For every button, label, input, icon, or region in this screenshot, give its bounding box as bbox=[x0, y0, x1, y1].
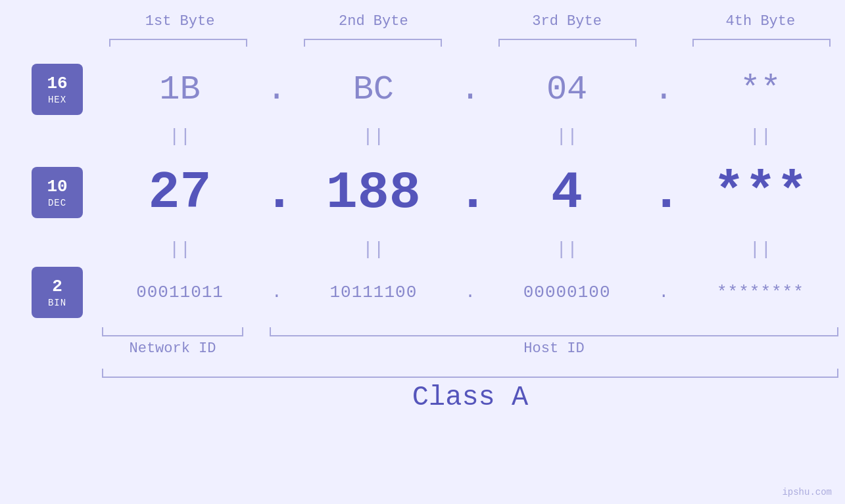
hex-dot3: . bbox=[650, 70, 677, 109]
host-bracket bbox=[270, 327, 838, 336]
byte1-bracket bbox=[109, 39, 247, 47]
hex-b3: 04 bbox=[495, 70, 639, 109]
byte3-header: 3rd Byte bbox=[495, 13, 639, 30]
bin-badge: 2 BIN bbox=[32, 267, 83, 318]
hex-dot1: . bbox=[264, 70, 290, 109]
dec-dot2: . bbox=[457, 163, 483, 223]
dec-b2: 188 bbox=[301, 163, 446, 223]
network-bracket bbox=[102, 327, 243, 336]
watermark: ipshu.com bbox=[782, 487, 832, 497]
equals1-b2: || bbox=[301, 126, 446, 147]
equals2-b2: || bbox=[301, 239, 446, 260]
hex-b1: 1B bbox=[108, 70, 253, 109]
bin-badge-num: 2 bbox=[52, 277, 62, 297]
dec-dot3: . bbox=[650, 163, 677, 223]
dec-badge: 10 DEC bbox=[32, 167, 83, 218]
byte1-header: 1st Byte bbox=[108, 13, 253, 30]
class-label: Class A bbox=[102, 382, 838, 413]
dec-b1: 27 bbox=[108, 163, 253, 223]
equals2-b1: || bbox=[108, 239, 253, 260]
bin-dot3: . bbox=[650, 283, 677, 302]
byte2-header: 2nd Byte bbox=[301, 13, 446, 30]
hex-badge-num: 16 bbox=[47, 74, 67, 94]
bin-b3: 00000100 bbox=[495, 283, 639, 302]
class-bracket bbox=[102, 369, 838, 378]
equals2-b3: || bbox=[495, 239, 639, 260]
dec-badge-num: 10 bbox=[47, 177, 67, 197]
byte4-header: 4th Byte bbox=[688, 13, 833, 30]
dec-badge-label: DEC bbox=[48, 198, 66, 208]
hex-badge: 16 HEX bbox=[32, 64, 83, 115]
equals1-b1: || bbox=[108, 126, 253, 147]
bin-dot1: . bbox=[264, 283, 290, 302]
dec-dot1: . bbox=[264, 163, 290, 223]
network-id-label: Network ID bbox=[102, 340, 243, 357]
host-id-label: Host ID bbox=[270, 340, 838, 357]
equals1-b4: || bbox=[688, 126, 833, 147]
bin-b4: ******** bbox=[688, 283, 833, 302]
hex-dot2: . bbox=[457, 70, 483, 109]
byte2-bracket bbox=[304, 39, 442, 47]
bin-badge-label: BIN bbox=[48, 298, 66, 308]
hex-b2: BC bbox=[301, 70, 446, 109]
hex-b4: ** bbox=[688, 70, 833, 109]
dec-b4: *** bbox=[688, 163, 833, 223]
hex-badge-label: HEX bbox=[48, 95, 66, 105]
byte3-bracket bbox=[498, 39, 637, 47]
equals2-b4: || bbox=[688, 239, 833, 260]
bin-dot2: . bbox=[457, 283, 483, 302]
dec-b3: 4 bbox=[495, 163, 639, 223]
bin-b1: 00011011 bbox=[108, 283, 253, 302]
equals1-b3: || bbox=[495, 126, 639, 147]
bin-b2: 10111100 bbox=[301, 283, 446, 302]
byte4-bracket bbox=[692, 39, 831, 47]
